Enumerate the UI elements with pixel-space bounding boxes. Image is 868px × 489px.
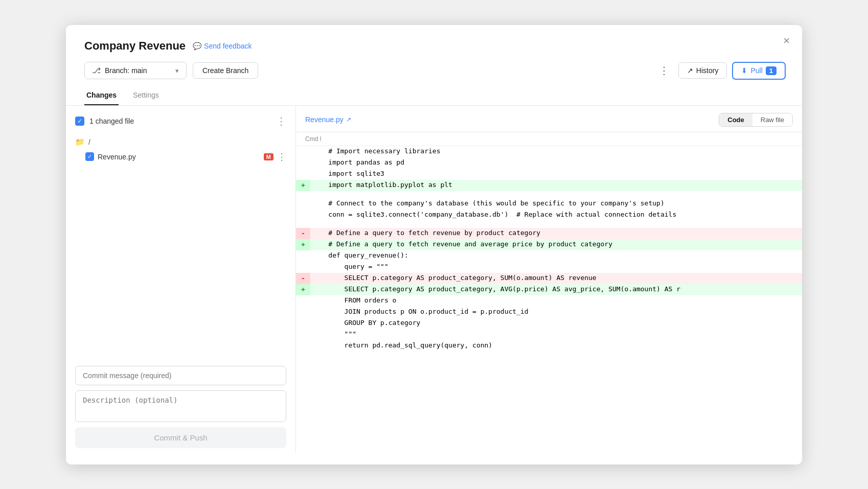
code-content: # Import necessary libraries import pand… bbox=[296, 146, 802, 453]
code-line: def query_revenue(): bbox=[296, 250, 802, 262]
history-icon: ↗ bbox=[687, 66, 693, 75]
chevron-down-icon: ▾ bbox=[175, 67, 179, 75]
code-view-button[interactable]: Code bbox=[719, 113, 752, 126]
modal-title: Company Revenue bbox=[84, 39, 186, 53]
modal: Company Revenue 💬 Send feedback × ⎇ Bran… bbox=[66, 25, 802, 464]
file-modified-badge: M bbox=[264, 153, 273, 160]
file-more-button[interactable]: ⋮ bbox=[277, 151, 286, 162]
file-link[interactable]: Revenue.py ↗ bbox=[305, 115, 351, 124]
all-files-checkbox[interactable]: ✓ bbox=[75, 117, 84, 126]
commit-push-button[interactable]: Commit & Push bbox=[75, 427, 286, 448]
code-line: """ bbox=[296, 329, 802, 340]
branch-select[interactable]: ⎇ Branch: main ▾ bbox=[84, 62, 187, 79]
code-line: + SELECT p.category AS product_category,… bbox=[296, 284, 802, 295]
changed-files-header: ✓ 1 changed file ⋮ bbox=[66, 115, 295, 132]
toolbar: ⎇ Branch: main ▾ Create Branch ⋮ ↗ Histo… bbox=[66, 53, 802, 80]
code-line: import pandas as pd bbox=[296, 157, 802, 169]
sidebar: ✓ 1 changed file ⋮ 📁 / ✓ Revenue.py M ⋮ bbox=[66, 106, 296, 453]
changed-files-label: 1 changed file bbox=[89, 117, 271, 125]
close-button[interactable]: × bbox=[783, 35, 790, 46]
code-line: conn = sqlite3.connect('company_database… bbox=[296, 209, 802, 221]
code-line: # Connect to the company's database (thi… bbox=[296, 198, 802, 209]
branch-label: Branch: main bbox=[105, 66, 171, 75]
code-line: JOIN products p ON o.product_id = p.prod… bbox=[296, 307, 802, 318]
tab-changes[interactable]: Changes bbox=[84, 87, 119, 105]
code-panel-header: Revenue.py ↗ Code Raw file bbox=[296, 106, 802, 132]
external-link-icon: ↗ bbox=[346, 116, 351, 123]
code-line: import sqlite3 bbox=[296, 169, 802, 180]
folder-row: 📁 / bbox=[75, 135, 286, 149]
code-line: - # Define a query to fetch revenue by p… bbox=[296, 228, 802, 239]
toolbar-right: ⋮ ↗ History ⬇ Pull 1 bbox=[655, 62, 786, 80]
tab-settings[interactable]: Settings bbox=[131, 87, 161, 105]
code-line: query = """ bbox=[296, 262, 802, 273]
file-name-label: Revenue.py bbox=[98, 153, 260, 161]
create-branch-button[interactable]: Create Branch bbox=[193, 62, 258, 79]
pull-icon: ⬇ bbox=[741, 66, 747, 75]
cmd-bar: Cmd l bbox=[296, 132, 802, 146]
send-feedback-link[interactable]: 💬 Send feedback bbox=[193, 42, 252, 50]
folder-icon: 📁 bbox=[75, 137, 85, 147]
code-line: - SELECT p.category AS product_category,… bbox=[296, 273, 802, 284]
folder-name: / bbox=[88, 138, 90, 146]
code-panel: Revenue.py ↗ Code Raw file Cmd l # Impor… bbox=[296, 106, 802, 453]
main-area: ✓ 1 changed file ⋮ 📁 / ✓ Revenue.py M ⋮ bbox=[66, 106, 802, 453]
file-row[interactable]: ✓ Revenue.py M ⋮ bbox=[75, 149, 286, 165]
file-checkbox[interactable]: ✓ bbox=[85, 152, 94, 161]
code-line: FROM orders o bbox=[296, 295, 802, 307]
code-line: # Import necessary libraries bbox=[296, 146, 802, 157]
code-line: return pd.read_sql_query(query, conn) bbox=[296, 340, 802, 352]
commit-message-input[interactable] bbox=[75, 366, 286, 385]
feedback-icon: 💬 bbox=[193, 42, 201, 50]
pull-button[interactable]: ⬇ Pull 1 bbox=[732, 62, 786, 80]
tabs-bar: Changes Settings bbox=[66, 80, 802, 106]
view-toggle: Code Raw file bbox=[719, 113, 793, 127]
history-button[interactable]: ↗ History bbox=[678, 62, 727, 79]
raw-file-button[interactable]: Raw file bbox=[752, 113, 792, 126]
modal-header: Company Revenue 💬 Send feedback bbox=[66, 25, 802, 53]
code-line: + # Define a query to fetch revenue and … bbox=[296, 239, 802, 250]
file-tree: 📁 / ✓ Revenue.py M ⋮ bbox=[66, 132, 295, 168]
pull-count-badge: 1 bbox=[766, 66, 776, 75]
changed-files-more-button[interactable]: ⋮ bbox=[276, 115, 286, 127]
branch-icon: ⎇ bbox=[92, 66, 101, 75]
sidebar-bottom: Commit & Push bbox=[66, 357, 295, 453]
code-line: + import matplotlib.pyplot as plt bbox=[296, 180, 802, 191]
more-options-button[interactable]: ⋮ bbox=[655, 62, 673, 79]
description-input[interactable] bbox=[75, 390, 286, 422]
code-line: GROUP BY p.category bbox=[296, 318, 802, 329]
